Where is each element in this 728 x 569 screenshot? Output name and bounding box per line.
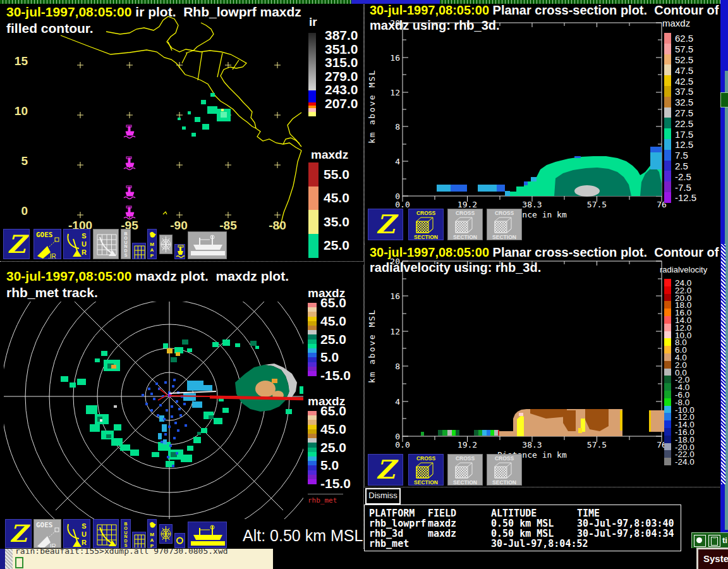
colorbar-value: 279.0	[325, 69, 358, 84]
x-tick-label: 19.2	[458, 200, 477, 209]
svg-text:SECTION: SECTION	[414, 234, 438, 240]
track-ticks	[158, 389, 167, 400]
svg-text:S: S	[82, 522, 86, 530]
cross-section-button[interactable]: CROSS SECTION	[487, 454, 522, 486]
corner-menu-button[interactable]	[694, 535, 706, 547]
xs1-y-axis-label: km above MSL	[367, 37, 377, 176]
colorbar-value: 25.0	[320, 440, 346, 455]
cross-section-button[interactable]: CROSS SECTION	[408, 209, 444, 240]
ship-button[interactable]	[188, 231, 227, 259]
svg-text:SECTION: SECTION	[492, 234, 516, 240]
range-rings	[1, 265, 337, 549]
colorbar-cell	[664, 316, 671, 324]
ir-window-title-line2: filled contour.	[6, 21, 94, 36]
terminal-cursor	[15, 557, 23, 568]
colorbar-cell	[664, 64, 671, 75]
colorbar-cell	[664, 436, 671, 443]
y-tick-label: 5	[21, 154, 28, 168]
terminal-window[interactable]: rain:beaufait:155>xdump.all 970730.0805.…	[0, 549, 273, 569]
radar-survey-button[interactable]: SUR	[63, 229, 90, 259]
background-scrollbar[interactable]	[721, 244, 725, 484]
colorbar-value: 47.5	[675, 64, 693, 75]
y-tick-label: 4	[395, 396, 400, 406]
colorbar-value: 207.0	[325, 96, 358, 111]
colorbar-cell	[664, 286, 671, 294]
azimuth-wheel-button[interactable]	[159, 235, 173, 254]
colorbar-value: 55.0	[324, 167, 349, 182]
map-button[interactable]: MAP	[147, 519, 157, 548]
colorbar-cell	[308, 162, 318, 187]
buoy-markers	[124, 125, 135, 219]
track-line-thin	[169, 396, 210, 396]
colorbar-value: 387.0	[325, 28, 358, 43]
colorbar-cell	[664, 86, 671, 97]
colorbar-cell	[664, 54, 671, 65]
colorbar-cell	[664, 279, 671, 286]
colorbar-cell	[664, 413, 671, 420]
colorbar-value: 57.5	[675, 44, 693, 54]
zebra-logo-button[interactable]: Z	[368, 209, 403, 240]
radar-grid-button[interactable]	[93, 519, 119, 548]
grid-button[interactable]	[132, 532, 146, 548]
colorbar-cell	[664, 376, 671, 383]
cross-section-button[interactable]: CROSS SECTION	[408, 454, 444, 486]
colorbar-value: 17.5	[675, 128, 693, 139]
circle-button[interactable]	[174, 533, 185, 548]
svg-text:R: R	[82, 248, 87, 256]
terminal-scrollbar[interactable]	[5, 549, 13, 569]
svg-text:.IR: .IR	[48, 543, 56, 548]
ship-button[interactable]	[188, 522, 227, 548]
x-tick-label: 38.3	[522, 200, 542, 209]
xs2-y-axis-label: km above MSL	[367, 276, 377, 415]
colorbar-value: 315.0	[325, 55, 358, 70]
terminal-frame	[0, 549, 5, 569]
colorbar-value: 35.0	[324, 214, 349, 229]
colorbar-value: 45.0	[320, 422, 346, 437]
cross-section-button[interactable]: CROSS SECTION	[447, 209, 483, 240]
colorbar-cell	[664, 420, 671, 428]
bounds-button[interactable]: BOUNDS	[121, 519, 131, 548]
zebra-logo-button[interactable]: Z	[5, 519, 32, 548]
cross-section-button[interactable]: CROSS SECTION	[447, 454, 483, 486]
x-tick-label: 57.5	[587, 200, 607, 209]
grid-button[interactable]	[132, 243, 146, 259]
radar-survey-button[interactable]: SUR	[63, 519, 90, 548]
buoy-button[interactable]	[174, 244, 185, 259]
platform-table: PLATFORMFIELDALTITUDETIMErhb_lowprfmaxdz…	[364, 505, 681, 551]
colorbar-value: 5.0	[320, 458, 339, 473]
radar-grid-button[interactable]	[93, 229, 119, 259]
dismiss-button[interactable]: Dismiss	[365, 488, 401, 505]
colorbar-value: 32.5	[675, 97, 693, 107]
zebra-logo-button[interactable]: Z	[368, 454, 403, 486]
cross-section-button[interactable]: CROSS SECTION	[487, 209, 522, 240]
colorbar-value: 25.0	[320, 332, 346, 347]
background-window-green-fragment	[720, 92, 728, 107]
colorbar-value: 42.5	[675, 75, 693, 86]
zebra-logo-button[interactable]: Z	[3, 229, 30, 259]
y-tick-label: 16	[390, 52, 400, 62]
corner-doc-button[interactable]: ---	[708, 535, 720, 547]
map-button[interactable]: MAP	[147, 229, 157, 259]
colorbar-cell	[664, 443, 671, 451]
goes-ir-button[interactable]: GOES.IR	[33, 229, 61, 259]
goes-ir-button[interactable]: GOES.IR	[33, 519, 61, 548]
x-tick-label: 19.2	[458, 440, 477, 450]
colorbar-value: -12.5	[675, 192, 696, 203]
colorbar-cell	[308, 187, 318, 211]
svg-text:M: M	[150, 532, 154, 537]
svg-text:CROSS: CROSS	[456, 210, 475, 216]
bounds-button[interactable]: BOUNDS	[121, 229, 131, 259]
ir-window-title: 30-jul-1997,08:05:00 ir plot. Rhb_lowprf…	[6, 4, 301, 20]
colorbar-cell	[664, 33, 671, 44]
window-xsection-radialvelocity: 30-jul-1997,08:05:00 Planar cross-sectio…	[364, 243, 721, 487]
xs2-contours	[421, 409, 664, 436]
colorbar-cell	[664, 391, 671, 398]
svg-text:GOES: GOES	[36, 521, 53, 529]
xs2-colorbar-title: radialvelocity	[660, 265, 707, 274]
colorbar-value: 65.0	[320, 403, 346, 419]
colorbar-cell	[664, 44, 671, 54]
svg-text:SECTION: SECTION	[492, 479, 516, 485]
azimuth-wheel-button[interactable]	[159, 524, 173, 544]
colorbar-value: 52.5	[675, 54, 693, 65]
window-ppi-radar: 30-jul-1997,08:05:00 maxdz plot. maxdz p…	[0, 265, 364, 549]
